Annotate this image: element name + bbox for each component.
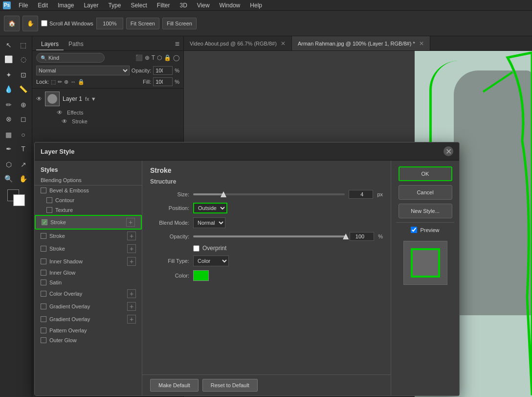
- stamp-tool[interactable]: ⊕: [17, 98, 30, 112]
- hand-tool[interactable]: ✋: [22, 16, 38, 31]
- style-color-overlay[interactable]: Color Overlay +: [35, 287, 142, 300]
- menu-select[interactable]: Select: [129, 1, 149, 10]
- new-style-button[interactable]: New Style...: [399, 204, 452, 218]
- effects-eye-icon[interactable]: 👁: [57, 109, 63, 116]
- menu-3d[interactable]: 3D: [177, 1, 189, 10]
- canvas-tab-1[interactable]: Video About.psd @ 66.7% (RGB/8#) ✕: [184, 36, 292, 50]
- lock-image-icon[interactable]: ✏: [58, 79, 62, 85]
- preview-checkbox[interactable]: [411, 227, 417, 233]
- style-texture[interactable]: Texture: [35, 205, 142, 215]
- stroke-eye-icon[interactable]: 👁: [62, 118, 67, 125]
- inner-shadow-plus[interactable]: +: [127, 257, 136, 266]
- menu-type[interactable]: Type: [106, 1, 123, 10]
- style-outer-glow[interactable]: Outer Glow: [35, 335, 142, 345]
- healing-tool[interactable]: ⊗: [2, 112, 16, 126]
- lock-all-icon[interactable]: 🔒: [78, 79, 85, 85]
- ok-button[interactable]: OK: [399, 166, 452, 181]
- blend-mode-select-dialog[interactable]: Normal: [193, 217, 225, 228]
- zoom-level[interactable]: 100%: [96, 18, 123, 29]
- wand-tool[interactable]: ✦: [2, 68, 16, 82]
- make-default-button[interactable]: Make Default: [150, 379, 199, 392]
- layer-search[interactable]: 🔍 Kind: [36, 53, 105, 63]
- lock-artboard-icon[interactable]: ⊕: [64, 79, 68, 85]
- filter-shape-icon[interactable]: ⬡: [157, 54, 162, 61]
- filter-pixel-icon[interactable]: ⬛: [135, 54, 143, 61]
- color-swatch[interactable]: [193, 270, 209, 281]
- size-input[interactable]: [349, 190, 373, 199]
- gradient-overlay2-plus[interactable]: +: [127, 315, 136, 324]
- menu-help[interactable]: Help: [248, 1, 264, 10]
- shape-tool[interactable]: ⬡: [2, 158, 16, 171]
- style-inner-glow[interactable]: Inner Glow: [35, 268, 142, 278]
- layer-item[interactable]: 👁 Layer 1 fx ▼: [32, 90, 183, 108]
- style-bevel[interactable]: Bevel & Emboss: [35, 186, 142, 195]
- size-slider[interactable]: ▲: [193, 193, 345, 195]
- style-inner-shadow[interactable]: Inner Shadow +: [35, 255, 142, 268]
- scroll-all-windows-checkbox[interactable]: [41, 20, 47, 26]
- filter-adjust-icon[interactable]: ⊕: [145, 54, 150, 61]
- filter-toggle[interactable]: ◯: [173, 54, 179, 61]
- path-tool[interactable]: ↗: [17, 158, 30, 171]
- background-color[interactable]: [13, 194, 25, 206]
- filter-smart-icon[interactable]: 🔒: [164, 54, 171, 61]
- tab-layers[interactable]: Layers: [36, 39, 64, 50]
- canvas-tab-2-close[interactable]: ✕: [419, 40, 424, 47]
- blending-options-item[interactable]: Blending Options: [35, 175, 142, 185]
- move-tool[interactable]: ↖: [2, 38, 16, 52]
- overprint-checkbox[interactable]: [193, 245, 200, 252]
- brush-tool[interactable]: ✏: [2, 98, 16, 112]
- dialog-close-button[interactable]: ✕: [443, 146, 453, 156]
- stroke3-checkbox[interactable]: [41, 246, 46, 252]
- inner-shadow-checkbox[interactable]: [41, 258, 46, 264]
- crop-tool[interactable]: ⊡: [17, 68, 30, 82]
- ruler-tool[interactable]: 📏: [17, 82, 30, 96]
- color-overlay-plus[interactable]: +: [127, 289, 136, 298]
- menu-image[interactable]: Image: [56, 1, 76, 10]
- menu-window[interactable]: Window: [218, 1, 243, 10]
- pattern-overlay-checkbox[interactable]: [41, 327, 46, 333]
- style-gradient-overlay-2[interactable]: Gradient Overlay +: [35, 313, 142, 326]
- pen-tool[interactable]: ✒: [2, 142, 16, 156]
- reset-to-default-button[interactable]: Reset to Default: [202, 379, 258, 392]
- menu-edit[interactable]: Edit: [36, 1, 50, 10]
- contour-checkbox[interactable]: [46, 197, 52, 203]
- lock-move-icon[interactable]: ↔: [70, 79, 76, 85]
- satin-checkbox[interactable]: [41, 280, 46, 285]
- gradient-overlay1-checkbox[interactable]: [41, 304, 46, 309]
- stroke3-plus[interactable]: +: [127, 244, 136, 253]
- menu-filter[interactable]: Filter: [155, 1, 172, 10]
- color-overlay-checkbox[interactable]: [41, 291, 46, 297]
- stroke2-plus[interactable]: +: [127, 232, 136, 240]
- opacity-input[interactable]: [153, 66, 173, 75]
- fill-type-select[interactable]: Color Gradient Pattern: [193, 256, 229, 266]
- style-stroke-2[interactable]: Stroke +: [35, 230, 142, 242]
- style-pattern-overlay[interactable]: Pattern Overlay: [35, 326, 142, 335]
- fill-input[interactable]: [153, 77, 173, 86]
- lock-transparent-icon[interactable]: ⬚: [51, 79, 56, 85]
- opacity-input-dialog[interactable]: [350, 232, 374, 241]
- texture-checkbox[interactable]: [46, 207, 52, 213]
- marquee-tool[interactable]: ⬜: [2, 52, 16, 66]
- gradient-overlay1-plus[interactable]: +: [127, 302, 136, 311]
- stroke-active-checkbox[interactable]: ✓: [42, 219, 47, 225]
- menu-layer[interactable]: Layer: [82, 1, 100, 10]
- style-contour[interactable]: Contour: [35, 195, 142, 205]
- inner-glow-checkbox[interactable]: [41, 270, 46, 276]
- tab-paths[interactable]: Paths: [64, 39, 89, 50]
- eye-icon[interactable]: 👁: [36, 95, 42, 102]
- type-tool[interactable]: T: [17, 142, 30, 156]
- gradient-tool[interactable]: ▦: [2, 128, 16, 141]
- outer-glow-checkbox[interactable]: [41, 337, 46, 343]
- filter-type-icon[interactable]: T: [152, 54, 155, 61]
- style-satin[interactable]: Satin: [35, 278, 142, 287]
- eraser-tool[interactable]: ◻: [17, 112, 30, 126]
- fill-screen-button[interactable]: Fill Screen: [162, 18, 197, 29]
- panel-menu-button[interactable]: ≡: [175, 40, 179, 50]
- stroke-active-plus[interactable]: +: [126, 218, 135, 227]
- blend-mode-select[interactable]: Normal: [36, 66, 130, 75]
- bevel-checkbox[interactable]: [41, 187, 46, 193]
- canvas-tab-1-close[interactable]: ✕: [281, 40, 286, 47]
- menu-view[interactable]: View: [195, 1, 212, 10]
- artboard-tool[interactable]: ⬚: [17, 38, 30, 52]
- gradient-overlay2-checkbox[interactable]: [41, 316, 46, 322]
